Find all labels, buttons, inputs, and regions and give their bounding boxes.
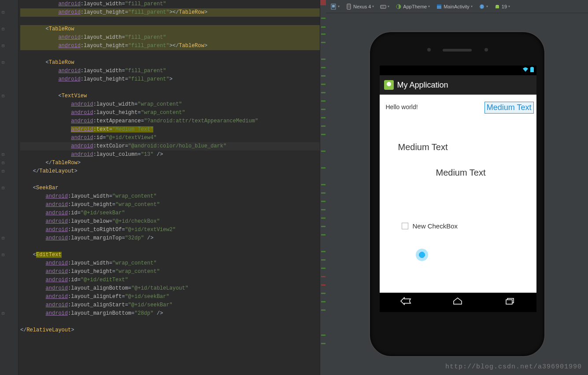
theme-selector[interactable]: AppTheme▾	[394, 3, 432, 11]
device-selector[interactable]: Nexus 4▾	[344, 3, 376, 11]
checkbox-box[interactable]	[402, 223, 408, 229]
activity-icon	[436, 4, 442, 10]
battery-icon	[530, 67, 534, 74]
status-bar	[380, 66, 536, 75]
globe-icon	[479, 4, 485, 10]
watermark: http://blog.csdn.net/a396901990	[445, 363, 582, 371]
code-content[interactable]: android:layout_width="fill_parent" andro…	[18, 0, 320, 375]
app-title: My Application	[397, 81, 448, 90]
locale-button[interactable]: ▾	[477, 3, 490, 11]
recents-icon[interactable]	[503, 297, 517, 308]
api-selector[interactable]: 19▾	[492, 3, 512, 11]
overview-ruler[interactable]	[320, 0, 326, 375]
svg-point-11	[498, 5, 498, 5]
api-label: 19	[502, 4, 507, 9]
app-icon	[384, 80, 394, 90]
back-icon[interactable]	[399, 297, 412, 308]
seekbar-thumb[interactable]	[416, 249, 428, 261]
android-icon	[494, 4, 500, 10]
code-editor[interactable]: ⊟ ⊟ ⊟ ⊟ ⊟ ⊟ ⊟ ⊟ ⊟ ⊟ ⊟ ⊟ android:layout_w…	[0, 0, 326, 375]
config-button[interactable]: ▾	[329, 3, 341, 11]
svg-rect-5	[381, 6, 385, 8]
phone-stage: My Application Hello world! Medium Text …	[326, 13, 588, 375]
preview-toolbar: ▾ Nexus 4▾ ▾ AppTheme▾ MainActivity▾	[326, 0, 588, 13]
theme-icon	[396, 4, 402, 10]
device-label: Nexus 4	[353, 4, 371, 9]
action-bar: My Application	[380, 75, 536, 95]
layout-preview: ▾ Nexus 4▾ ▾ AppTheme▾ MainActivity▾	[326, 0, 588, 375]
medium-text-selected[interactable]: Medium Text	[484, 102, 534, 114]
medium-text-1: Medium Text	[398, 142, 448, 152]
orientation-icon	[380, 4, 386, 10]
orientation-button[interactable]: ▾	[378, 3, 391, 11]
app-content[interactable]: Hello world! Medium Text Medium Text Med…	[380, 95, 536, 293]
device-screen: My Application Hello world! Medium Text …	[380, 66, 536, 312]
gutter: ⊟ ⊟ ⊟ ⊟ ⊟ ⊟ ⊟ ⊟ ⊟ ⊟ ⊟ ⊟	[0, 0, 18, 375]
svg-point-10	[496, 5, 496, 5]
navigation-bar	[380, 293, 536, 312]
wifi-icon	[522, 67, 529, 74]
svg-rect-8	[437, 4, 441, 6]
home-icon[interactable]	[451, 297, 464, 308]
device-frame: My Application Hello world! Medium Text …	[369, 31, 545, 357]
svg-rect-12	[530, 67, 534, 72]
config-icon	[330, 4, 337, 10]
checkbox[interactable]: New CheckBox	[402, 222, 458, 230]
activity-selector[interactable]: MainActivity▾	[434, 3, 474, 11]
checkbox-label: New CheckBox	[413, 222, 458, 230]
theme-label: AppTheme	[403, 4, 427, 9]
svg-rect-13	[531, 67, 533, 68]
svg-rect-15	[506, 300, 512, 304]
hello-text: Hello world!	[386, 103, 418, 110]
svg-rect-3	[348, 4, 350, 8]
svg-rect-1	[332, 5, 335, 7]
phone-icon	[346, 4, 352, 10]
medium-text-2: Medium Text	[436, 168, 486, 178]
activity-label: MainActivity	[444, 4, 470, 9]
